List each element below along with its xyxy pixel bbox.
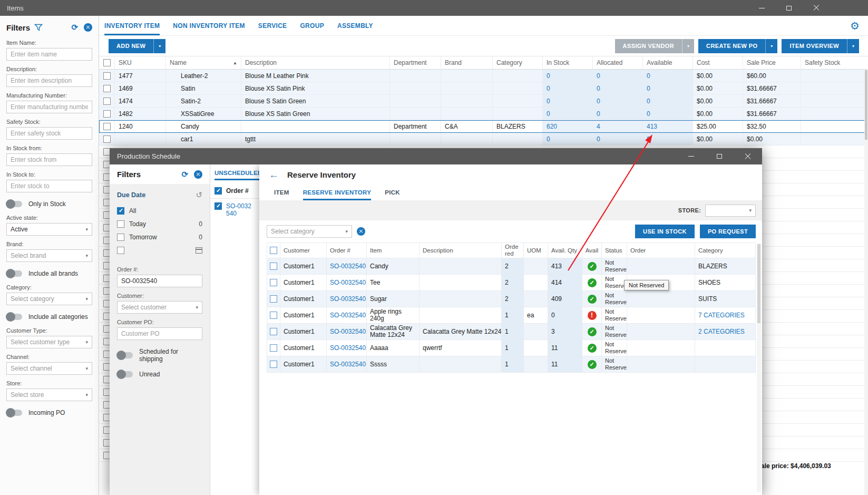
col-header-in-stock[interactable]: In Stock [543,56,593,70]
tab-assembly[interactable]: ASSEMBLY [337,16,373,35]
incoming-po-toggle[interactable] [6,410,22,416]
cell-in-stock[interactable]: 0 [543,95,593,108]
scrollbar-thumb[interactable] [865,70,867,140]
cell-available[interactable]: 413 [643,120,693,133]
gear-icon[interactable]: ⚙ [850,20,860,32]
cell-allocated[interactable]: 0 [593,95,643,108]
cell-allocated[interactable]: 0 [593,108,643,120]
select-all-checkbox[interactable] [103,59,111,66]
scrollbar-thumb[interactable] [757,244,760,323]
cell-in-stock[interactable]: 0 [543,133,593,145]
item-overview-dropdown[interactable]: ▾ [847,39,859,53]
col-header-ordered[interactable]: Ordered [502,242,524,258]
category-select[interactable]: Select category ▾ [6,293,92,305]
select-all-checkbox[interactable] [270,247,277,254]
unscheduled-order-row[interactable]: SO-0032540 [210,199,259,221]
assign-vendor-dropdown[interactable]: ▾ [682,39,694,53]
cell-available[interactable]: 0 [643,108,693,120]
col-header-description[interactable]: Description [420,242,502,258]
col-header-cost[interactable]: Cost [693,56,743,70]
custom-date-checkbox[interactable] [117,247,124,254]
table-row[interactable]: 1474 Satin-2 Blouse S Satin Green 0 0 0 … [99,95,868,108]
col-header-description[interactable]: Description [241,56,390,70]
cell-in-stock[interactable]: 620 [543,120,593,133]
manufacturing-number-input[interactable] [6,101,92,113]
cell-available[interactable]: 0 [643,70,693,82]
col-header-brand[interactable]: Brand [441,56,493,70]
cell-available[interactable]: 0 [643,82,693,95]
col-header-order[interactable]: Order [627,242,695,258]
table-row[interactable]: car1 tgttt 0 0 0 $0.00 $0.00 [99,133,868,145]
due-custom-date-option[interactable] [117,244,202,257]
due-all-option[interactable]: All [117,204,202,217]
cell-available[interactable]: 0 [643,95,693,108]
cell-order-link[interactable]: SO-0032540 [327,275,367,291]
po-request-button[interactable]: PO REQUEST [700,225,756,238]
create-new-po-button[interactable]: CREATE NEW PO [698,39,765,53]
calendar-icon[interactable] [196,247,202,254]
use-in-stock-button[interactable]: USE IN STOCK [635,225,695,238]
unread-toggle[interactable] [117,371,133,377]
row-checkbox[interactable] [103,72,111,80]
assign-vendor-button[interactable]: ASSIGN VENDOR [615,39,682,53]
cell-in-stock[interactable]: 0 [543,108,593,120]
row-checkbox[interactable] [270,279,277,286]
reserve-row[interactable]: Customer1 SO-0032540 Sssss 1 11 Not Rese… [267,356,756,373]
order-link[interactable]: SO-0032540 [226,202,252,217]
undo-icon[interactable]: ↺ [196,190,202,200]
vertical-scrollbar[interactable] [864,70,868,495]
clear-filters-icon[interactable] [194,170,202,179]
only-in-stock-toggle[interactable] [6,201,22,207]
row-checkbox[interactable] [103,110,111,118]
customer-po-input[interactable] [117,327,202,340]
col-header-sku[interactable]: SKU [115,56,166,70]
col-header-item[interactable]: Item [367,242,420,258]
col-header-category[interactable]: Category [695,242,756,258]
col-header-status[interactable]: Status [602,242,627,258]
cell-available[interactable]: 0 [643,133,693,145]
in-stock-to-input[interactable] [6,180,92,192]
row-checkbox[interactable] [103,98,111,105]
col-header-customer[interactable]: Customer [280,242,327,258]
channel-select[interactable]: Select channel ▾ [6,362,92,375]
table-row[interactable]: 1469 Satin Blouse XS Satin Pink 0 0 0 $0… [99,82,868,95]
clear-category-icon[interactable] [357,227,365,236]
tab-group[interactable]: GROUP [300,16,324,35]
add-new-button[interactable]: ADD NEW [109,39,153,53]
item-name-input[interactable] [6,48,92,61]
cell-in-stock[interactable]: 0 [543,82,593,95]
order-select-all-checkbox[interactable] [214,187,222,195]
row-checkbox[interactable] [103,135,111,143]
tab-pick[interactable]: PICK [385,185,400,200]
row-checkbox[interactable] [270,361,277,368]
col-header-sale-price[interactable]: Sale Price [743,56,801,70]
cell-allocated[interactable]: 0 [593,133,643,145]
include-all-brands-toggle[interactable] [6,270,22,277]
reserve-row[interactable]: Customer1 SO-0032540 Tee 2 414 Not Reser… [267,275,756,291]
scheduled-for-shipping-toggle[interactable] [117,352,133,358]
close-button[interactable] [803,0,830,16]
add-new-dropdown[interactable]: ▾ [153,39,165,53]
col-header-avail-qty[interactable]: Avail. Qty [548,242,582,258]
table-row-selected[interactable]: 1240 Candy Department C&A BLAZERS 620 4 … [99,120,868,133]
category-filter-select[interactable]: Select category ▾ [267,225,352,238]
customer-select[interactable]: Select customer ▾ [117,301,202,314]
reserve-row[interactable]: Customer1 SO-0032540 Aaaaa qwerrtf 1 11 … [267,340,756,356]
due-tomorrow-option[interactable]: Tomorrow 0 [117,230,202,244]
maximize-button[interactable] [705,148,734,164]
cell-order-link[interactable]: SO-0032540 [327,291,367,307]
col-header-avail[interactable]: Avail [582,242,602,258]
cell-order-link[interactable]: SO-0032540 [327,340,367,356]
reserve-scrollbar[interactable] [757,244,761,492]
reserve-row[interactable]: Customer1 SO-0032540 Sugar 2 409 Not Res… [267,291,756,307]
reserve-row[interactable]: Customer1 SO-0032540 Calacatta Grey Matt… [267,324,756,340]
col-header-available[interactable]: Available [643,56,693,70]
cell-category-link[interactable]: 7 CATEGORIES [695,307,756,324]
table-row[interactable]: 1482 XSSatiGree Blouse XS Satin Green 0 … [99,108,868,120]
in-stock-from-input[interactable] [6,153,92,166]
create-new-po-dropdown[interactable]: ▾ [765,39,777,53]
cell-category-link[interactable]: 2 CATEGORIES [695,324,756,340]
col-header-allocated[interactable]: Allocated [593,56,643,70]
tab-service[interactable]: SERVICE [258,16,287,35]
store-select[interactable]: ▾ [705,205,756,217]
